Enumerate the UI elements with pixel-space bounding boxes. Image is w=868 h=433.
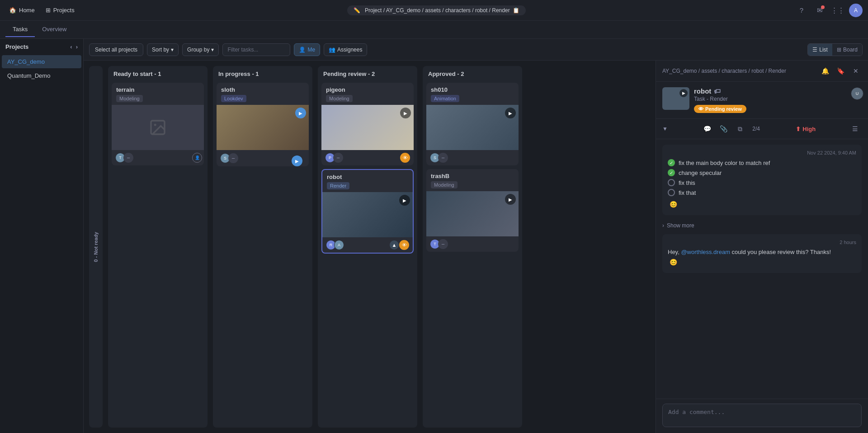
terrain-assignee-icon: 👤	[192, 153, 202, 163]
attachment-icon[interactable]: 📎	[717, 122, 730, 135]
sloth-play-footer[interactable]: ▶	[292, 155, 302, 166]
sidebar-collapse-icon[interactable]: ‹	[70, 43, 72, 50]
more-options-icon[interactable]: ☰	[849, 122, 862, 135]
card-robot-avatars: R A	[326, 240, 342, 250]
me-label: Me	[307, 47, 315, 53]
card-sloth-image: ▶	[217, 105, 309, 150]
sidebar-item-quantum-demo[interactable]: Quantum_Demo	[2, 69, 81, 82]
projects-button[interactable]: ⊞ Projects	[42, 5, 78, 15]
card-trashb-footer: T −	[426, 236, 519, 252]
content-area: Select all projects Sort by ▾ Group by ▾…	[84, 39, 868, 433]
sidebar-header: Projects ‹ ›	[0, 39, 83, 55]
checklist-label-1: fix the main body color to match ref	[679, 160, 770, 166]
board-view-button[interactable]: ⊞ Board	[832, 44, 862, 56]
emoji-reaction-1[interactable]: 😊	[668, 199, 856, 210]
column-header-inprogress: In progress - 1	[213, 66, 312, 80]
edit-icon: ✏️	[354, 7, 360, 14]
breadcrumb-pill[interactable]: ✏️ Project / AY_CG_demo / assets / chara…	[347, 5, 526, 15]
robot-eye-icon: 👁	[399, 240, 409, 250]
tab-tasks[interactable]: Tasks	[5, 22, 35, 37]
pigeon-play-button[interactable]: ▶	[400, 108, 411, 118]
terrain-minus-icon[interactable]: −	[123, 153, 133, 163]
main-layout: Projects ‹ › AY_CG_demo Quantum_Demo Sel…	[0, 39, 868, 433]
list-label: List	[819, 47, 828, 53]
column-header-pending: Pending review - 2	[318, 66, 417, 80]
image-placeholder-icon	[149, 118, 167, 136]
comment-input-area	[656, 399, 868, 433]
sh010-play-button[interactable]: ▶	[505, 108, 516, 118]
layers-icon[interactable]: ⧉	[734, 122, 746, 135]
sort-by-button[interactable]: Sort by ▾	[147, 43, 179, 56]
emoji-reaction-2[interactable]: 😊	[668, 257, 856, 268]
me-filter-button[interactable]: 👤 Me	[294, 43, 320, 56]
panel-bookmark-icon[interactable]: 🔖	[835, 65, 846, 77]
me-user-icon: 👤	[299, 47, 306, 53]
panel-breadcrumb: AY_CG_demo / assets / characters / robot…	[662, 68, 786, 74]
sloth-play-button[interactable]: ▶	[295, 108, 306, 118]
sidebar-expand-icon[interactable]: ›	[76, 43, 78, 50]
sh010-minus-icon[interactable]: −	[438, 153, 448, 163]
user-avatar[interactable]: A	[849, 4, 863, 17]
sidebar-item-ay-cg-demo[interactable]: AY_CG_demo	[2, 55, 81, 68]
assignees-button[interactable]: 👥 Assignees	[324, 43, 367, 56]
trashb-play-button[interactable]: ▶	[505, 194, 516, 205]
copy-icon[interactable]: 📋	[513, 7, 519, 14]
column-body-inprogress: sloth Lookdev ▶ S − ▶	[213, 80, 312, 428]
trashb-minus-icon[interactable]: −	[438, 239, 448, 249]
breadcrumb-center: ✏️ Project / AY_CG_demo / assets / chara…	[82, 5, 791, 15]
pigeon-minus-icon[interactable]: −	[333, 153, 343, 163]
board-scroll: 0 - Not ready Ready to start - 1 terrain…	[84, 61, 656, 433]
check-empty-icon-4	[668, 189, 675, 196]
card-sh010-image: ▶	[426, 105, 519, 150]
expand-chevron-icon[interactable]: ▼	[662, 126, 668, 132]
column-body-pending: pigeon Modeling ▶ P − 👁	[318, 80, 417, 428]
card-pigeon-image: ▶	[321, 105, 414, 150]
card-pigeon[interactable]: pigeon Modeling ▶ P − 👁	[321, 83, 414, 165]
card-robot-title: robot	[327, 174, 342, 180]
comment-input[interactable]	[662, 404, 862, 427]
card-trashb-tag: Modeling	[431, 181, 458, 188]
right-panel-task: ▶ robot 🏷 Task - Render 👁 Pending review	[656, 82, 868, 119]
card-robot[interactable]: robot Render ▶ R A	[321, 169, 414, 254]
not-ready-column[interactable]: 0 - Not ready	[89, 66, 103, 428]
thumb-play-icon: ▶	[679, 89, 688, 97]
robot-play-button[interactable]: ▶	[399, 195, 410, 206]
assignees-icon: 👥	[329, 47, 335, 53]
card-terrain[interactable]: terrain Modeling	[112, 83, 204, 165]
sort-chevron-icon: ▾	[171, 47, 174, 53]
card-sh010-header: sh010	[426, 83, 519, 95]
top-nav: 🏠 Home ⊞ Projects ✏️ Project / AY_CG_dem…	[0, 0, 868, 21]
filter-input[interactable]	[222, 43, 290, 56]
mention-user[interactable]: @worthless.dream	[681, 249, 730, 255]
panel-close-button[interactable]: ✕	[850, 65, 862, 77]
card-terrain-image	[112, 105, 204, 150]
select-all-button[interactable]: Select all projects	[89, 43, 143, 56]
checklist-label-2: change specular	[679, 169, 722, 176]
panel-bell-icon[interactable]: 🔔	[819, 65, 831, 77]
card-sloth[interactable]: sloth Lookdev ▶ S − ▶	[217, 83, 309, 166]
check-done-icon-1: ✓	[668, 159, 675, 166]
task-thumbnail: ▶	[662, 87, 689, 110]
show-more-button[interactable]: › Show more	[662, 221, 862, 231]
group-by-label: Group by	[187, 47, 209, 53]
sloth-minus-icon[interactable]: −	[228, 153, 238, 163]
apps-button[interactable]: ⋮⋮	[831, 4, 844, 17]
board-icon: ⊞	[837, 47, 841, 53]
card-trashb-image: ▶	[426, 191, 519, 236]
card-terrain-tag: Modeling	[116, 95, 143, 102]
card-trashb[interactable]: trashB Modeling ▶ T −	[426, 169, 519, 252]
svg-point-1	[154, 124, 156, 126]
home-button[interactable]: 🏠 Home	[5, 5, 38, 15]
robot-thumb-up: ▲	[389, 240, 399, 250]
status-badge[interactable]: 👁 Pending review	[694, 105, 746, 113]
card-trashb-header: trashB	[426, 169, 519, 181]
notification-button[interactable]: ✉	[813, 4, 826, 17]
checklist-label-4: fix that	[679, 189, 696, 196]
comment-icon[interactable]: 💬	[701, 122, 714, 135]
task-sub-label: Task - Render	[694, 96, 846, 102]
help-button[interactable]: ?	[795, 4, 808, 17]
card-sh010[interactable]: sh010 Animation ▶ S −	[426, 83, 519, 165]
tab-overview[interactable]: Overview	[35, 22, 74, 37]
group-by-button[interactable]: Group by ▾	[182, 43, 219, 56]
list-view-button[interactable]: ☰ List	[808, 44, 832, 56]
